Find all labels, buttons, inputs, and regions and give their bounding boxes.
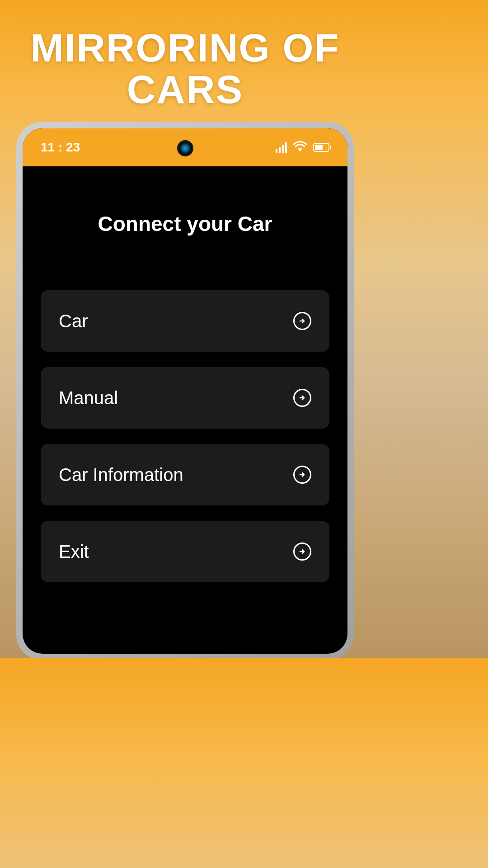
- signal-icon: [276, 142, 287, 153]
- phone-frame: 11 : 23: [16, 122, 354, 658]
- menu-item-label: Car: [59, 311, 88, 331]
- promo-title-line2: CARS: [0, 69, 370, 110]
- phone-screen: 11 : 23: [23, 128, 347, 654]
- menu-item-car[interactable]: Car: [41, 290, 329, 352]
- promo-title-line1: MIRRORING OF: [0, 27, 370, 69]
- arrow-right-circle-icon: [293, 312, 311, 330]
- menu-item-label: Car Information: [59, 465, 183, 485]
- wifi-icon: [293, 141, 307, 154]
- menu-item-exit[interactable]: Exit: [41, 521, 329, 582]
- menu-item-label: Exit: [59, 542, 89, 562]
- arrow-right-circle-icon: [293, 389, 311, 407]
- status-time: 11 : 23: [41, 140, 80, 155]
- arrow-right-circle-icon: [293, 466, 311, 484]
- menu-item-manual[interactable]: Manual: [41, 367, 329, 429]
- screen-title: Connect your Car: [41, 212, 329, 236]
- menu-item-label: Manual: [59, 388, 118, 408]
- camera-notch: [177, 140, 193, 156]
- arrow-right-circle-icon: [293, 542, 311, 561]
- promo-title: MIRRORING OF CARS: [0, 0, 370, 111]
- status-bar: 11 : 23: [23, 128, 347, 166]
- menu-item-car-information[interactable]: Car Information: [41, 444, 329, 505]
- status-icons: [276, 141, 329, 154]
- battery-icon: [313, 143, 329, 152]
- screen-content: Connect your Car Car Manual Car: [23, 166, 347, 582]
